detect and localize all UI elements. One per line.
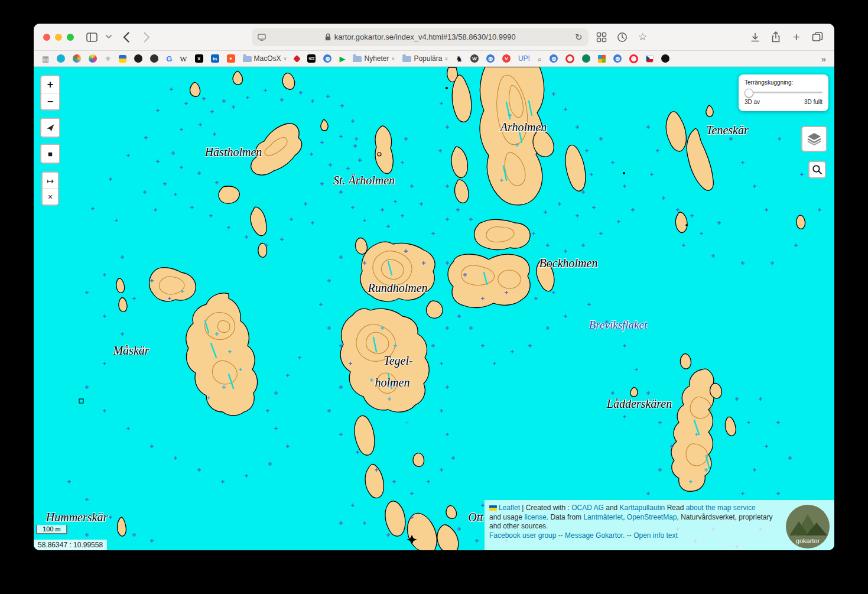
pan-arrow-button[interactable]: ↦	[43, 173, 58, 189]
attribution-static-text: Read	[665, 504, 685, 512]
wordpress-icon[interactable]: W	[470, 54, 479, 63]
up-bookmark[interactable]: UP!	[518, 54, 530, 63]
red-target-icon[interactable]	[565, 54, 574, 63]
green-mask-icon[interactable]	[582, 54, 590, 63]
apple-icon-3[interactable]	[661, 54, 669, 63]
attribution-link[interactable]: about the map service	[686, 504, 756, 512]
tab-overview-grid-icon[interactable]	[594, 30, 609, 45]
apple-icon-2-glyph	[150, 54, 158, 63]
apple-icon[interactable]	[134, 54, 142, 63]
zoom-in-button[interactable]: +	[41, 76, 59, 93]
islet	[537, 260, 554, 291]
downloads-icon[interactable]	[747, 30, 763, 45]
nzz-icon[interactable]: NZZ	[307, 54, 316, 63]
x-icon[interactable]: X	[195, 54, 203, 63]
google-icon[interactable]: G	[166, 55, 172, 63]
red-target-icon-glyph	[565, 54, 574, 63]
chess-knight-icon[interactable]: ♞	[456, 55, 463, 63]
red-app-icon[interactable]: V	[502, 54, 511, 63]
linkedin-icon[interactable]: in	[211, 54, 219, 63]
attribution-link[interactable]: Message Gokartor.	[565, 531, 625, 540]
address-bar[interactable]: kartor.gokartor.se/index_v4.html#13/58.8…	[252, 28, 589, 46]
apple-icon-2[interactable]	[150, 54, 158, 63]
attribution-link[interactable]: Facebook user group	[489, 531, 556, 540]
ms-col[interactable]	[598, 55, 606, 63]
island-teneskar	[687, 129, 713, 190]
attribution-link[interactable]: OCAD AG	[571, 504, 604, 512]
islet	[321, 120, 328, 131]
teal-app-icon[interactable]	[57, 54, 65, 63]
forward-button[interactable]	[139, 30, 154, 45]
island-tegelholmen	[340, 309, 429, 412]
orange-app-icon[interactable]: ▾	[227, 54, 235, 63]
tab-overview-icon[interactable]	[810, 30, 825, 45]
map-scale: 100 m	[36, 525, 67, 534]
attribution-static-text: and other sources.	[489, 522, 548, 530]
zoom-out-button[interactable]: −	[41, 93, 59, 109]
czech-flag-icon[interactable]	[646, 55, 654, 63]
folder-macosx-glyph	[243, 56, 252, 62]
close-window-button[interactable]	[43, 34, 50, 41]
folder-populara[interactable]: Populära∨	[402, 54, 448, 63]
terrain-shading-slider[interactable]	[745, 92, 823, 93]
navigation-arrow-icon	[45, 123, 56, 133]
new-tab-button[interactable]: +	[789, 30, 804, 45]
photos-app-icon[interactable]	[89, 54, 97, 63]
wikipedia-icon[interactable]: W	[180, 55, 187, 63]
attribution-link[interactable]: license	[524, 513, 546, 521]
search-bookmark-icon[interactable]: ⌕	[538, 55, 542, 63]
layers-control[interactable]	[801, 126, 827, 152]
opera-icon[interactable]	[629, 54, 638, 63]
sidebar-toggle-icon[interactable]	[84, 30, 99, 45]
up-bookmark-label: UP!	[518, 54, 530, 63]
color-wheel-icon-glyph	[73, 54, 81, 63]
back-button[interactable]	[118, 30, 134, 45]
islet	[451, 147, 467, 177]
color-wheel-icon[interactable]	[73, 54, 81, 63]
locate-button[interactable]	[41, 119, 59, 137]
attribution-link[interactable]: Lantmäteriet	[583, 513, 623, 521]
gokartor-logo[interactable]: gokartor	[786, 505, 830, 548]
attribution-link[interactable]: Leaflet	[499, 504, 520, 512]
map-canvas[interactable]	[34, 67, 834, 550]
islet	[365, 465, 383, 498]
attribution-static-text: | Created with :	[520, 504, 571, 512]
slider-knob[interactable]	[745, 89, 753, 98]
green-play-icon[interactable]: ▶	[339, 55, 345, 63]
folder-nyheter[interactable]: Nyheter∨	[353, 54, 395, 63]
zoom-window-button[interactable]	[67, 34, 74, 41]
tab-group-chevron-icon[interactable]	[105, 30, 113, 45]
attribution-link[interactable]: Open info text	[633, 531, 678, 540]
blue-yellow-flag-icon-glyph	[119, 55, 126, 63]
island-teneskar	[666, 112, 686, 151]
history-clock-icon[interactable]	[615, 30, 630, 45]
bookmarks-star-icon[interactable]: ☆	[635, 30, 651, 45]
bookmarks-overflow-chevron[interactable]: »	[821, 54, 826, 64]
frequent-sites-grid-icon[interactable]: ▦	[42, 55, 49, 63]
apple-icon-3-glyph	[661, 54, 669, 63]
globe-icon-2[interactable]: ⊕	[486, 54, 495, 63]
globe-icon-3[interactable]: ⊕	[550, 54, 558, 63]
browser-toolbar: kartor.gokartor.se/index_v4.html#13/58.8…	[34, 24, 834, 51]
island-bockholmen-upper	[474, 219, 531, 249]
globe-icon-1[interactable]: ⊕	[323, 54, 331, 63]
attribution-link[interactable]: OpenStreetMap	[627, 513, 677, 521]
page-settings-icon[interactable]	[258, 30, 266, 45]
attribution-static-text: --	[556, 531, 565, 540]
island-hastholmen	[251, 124, 302, 175]
stop-button[interactable]: ■	[41, 145, 59, 163]
blue-yellow-flag-icon[interactable]	[119, 55, 126, 63]
folder-macosx[interactable]: MacOsX∨	[243, 54, 287, 63]
share-icon[interactable]	[768, 30, 784, 45]
wikipedia-icon-glyph: W	[180, 55, 187, 63]
map-area[interactable]: HästholmenSt. ÄrholmenArholmenTeneskärBo…	[34, 67, 834, 550]
close-tool-button[interactable]: ×	[43, 189, 58, 205]
reload-button[interactable]: ↻	[575, 32, 583, 43]
red-diamond-icon[interactable]	[294, 56, 300, 61]
globe-icon-4[interactable]: ⊕	[613, 54, 622, 63]
minimize-window-button[interactable]	[55, 34, 62, 41]
attribution-link[interactable]: Karttapullautin	[620, 504, 665, 512]
nzz-icon-glyph: NZZ	[307, 54, 316, 63]
search-control[interactable]	[808, 161, 826, 178]
gray-asterisk-icon[interactable]: ✳	[105, 55, 111, 63]
